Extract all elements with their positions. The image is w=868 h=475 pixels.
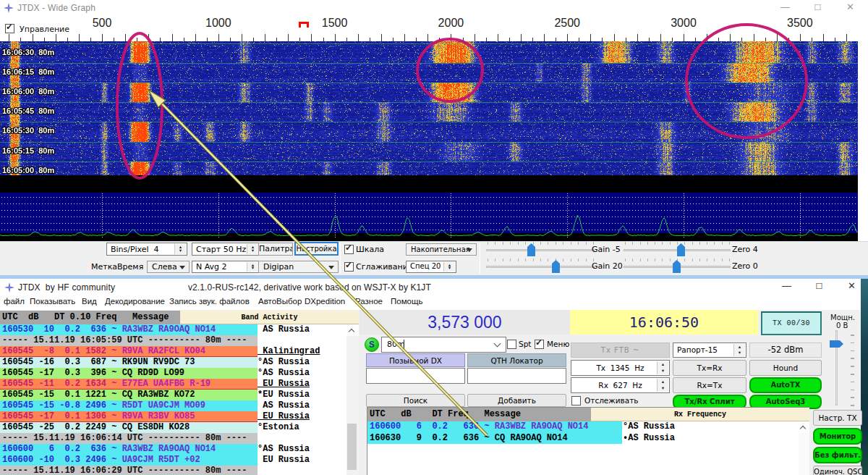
decode-row[interactable]: 160545 -15 0.1 1221 ~ CQ RA3WBZ KO72*EU …	[0, 390, 346, 400]
rx-frequency-table[interactable]: 160600 6 0.2 636 ~ RA3WBZ RA9OAQ NO14°AS…	[367, 421, 799, 475]
menu-4[interactable]: Декодирование	[105, 297, 165, 306]
status-s-button[interactable]: S	[365, 337, 379, 352]
decode-row[interactable]: 160545 -15 -0.8 2496 ~ R5DT UA9CJM MO09 …	[0, 400, 346, 411]
dx-grid-button[interactable]: QTH Локатор	[467, 353, 566, 367]
rx-eq-tx-button[interactable]: Rx=Tx	[673, 377, 746, 393]
decode-row[interactable]: 160600 -10 0.3 2496 ~ UA9CJM R5DT +02 EU…	[0, 455, 346, 466]
report-spinbox[interactable]: Рапорт-15	[673, 342, 746, 358]
dx-grid-input[interactable]	[467, 368, 566, 384]
main-titlebar[interactable]: JTDX by HF community v2.1.0-RUS-rc142, d…	[0, 279, 861, 295]
dx-call-button[interactable]: Позывной DX	[366, 353, 465, 367]
slider-tick	[578, 242, 579, 245]
bins-pixel-spinbox[interactable]: Bins/Pixel 4	[106, 243, 187, 256]
monitor-button[interactable]: Монитор	[813, 428, 862, 445]
spectrum-canvas[interactable]	[0, 175, 858, 241]
spinner-arrows[interactable]	[247, 244, 258, 254]
decode-row[interactable]: 160600 6 0.2 636 ~ RA3WBZ RA9OAQ NO14°AS…	[367, 421, 799, 433]
menu-8[interactable]: Разное	[355, 297, 383, 306]
palette-button[interactable]: Палитра	[258, 243, 293, 256]
menu-3[interactable]: Вид	[82, 297, 97, 306]
timestamp-dropdown[interactable]: Слева	[147, 261, 190, 273]
scale-tick	[381, 34, 382, 41]
menu-6[interactable]: АвтоВыбор	[258, 297, 302, 306]
add-button[interactable]: Добавить	[467, 394, 566, 407]
scrollbar-thumb[interactable]	[347, 424, 357, 470]
period-separator-row[interactable]: ----- 15.11.19 16:06:29 UTC ---------- 8…	[0, 466, 346, 475]
scroll-up-button[interactable]	[346, 324, 359, 336]
menu-7[interactable]: DXpedition	[305, 297, 345, 306]
spinner-arrows[interactable]	[443, 262, 455, 272]
slider-thumb[interactable]	[677, 243, 685, 256]
country-info: AS Russia	[258, 324, 310, 335]
scale-tick	[218, 34, 219, 41]
menu-2[interactable]: Показывать	[30, 297, 75, 306]
slider-tick	[632, 242, 633, 245]
decode-row[interactable]: 160545 -11 0.2 1634 ~ E77EA UA4FBG R-19 …	[0, 379, 346, 390]
spinner-arrows[interactable]	[657, 361, 668, 374]
single-qso-button[interactable]: Одиноч. QSO	[813, 466, 862, 475]
minimize-button[interactable]: —	[770, 279, 803, 295]
tx-freq-spinbox[interactable]: Tx 1345 Hz	[571, 360, 670, 376]
search-button[interactable]: Поиск	[366, 394, 465, 407]
close-button[interactable]: ✕	[835, 279, 868, 295]
spinner-arrows[interactable]	[657, 379, 668, 392]
band-activity-scrollbar[interactable]	[346, 324, 359, 475]
decode-row[interactable]: 160630 9 0.2 636 ~ CQ RA9OAQ NO14•AS Rus…	[367, 433, 799, 445]
scale-tick	[427, 34, 428, 41]
waterfall-canvas[interactable]	[0, 41, 858, 175]
slider-tick	[625, 258, 626, 261]
palette-dropdown[interactable]: Digipan	[258, 261, 339, 273]
slider-thumb[interactable]	[673, 260, 681, 273]
dx-call-input[interactable]	[366, 368, 465, 384]
autotx-button[interactable]: AutoTX	[749, 377, 822, 393]
decode-row[interactable]: 160600 6 0.2 636 ~ RA3WBZ RA9OAQ NO14°AS…	[0, 444, 346, 455]
decode-row[interactable]: 160545 -8 0.1 1582 ~ R9VA RA2FCL KO04 Ka…	[0, 346, 346, 357]
spinner-arrows[interactable]	[733, 344, 745, 356]
spec-spinbox[interactable]: Спец 20 %	[406, 261, 456, 273]
maximize-button[interactable]: ☐	[803, 279, 835, 295]
period-separator-row[interactable]: ----- 15.11.19 16:06:14 UTC ---------- 8…	[0, 433, 346, 444]
nofilter-button[interactable]: Без фильт.	[813, 447, 862, 463]
band-activity-table[interactable]: 160530 10 0.2 636 ~ RA3WBZ RA9OAQ NO14 A…	[0, 324, 346, 475]
menu-checkbox[interactable]: ✓	[535, 340, 544, 349]
decode-row[interactable]: 160530 10 0.2 636 ~ RA3WBZ RA9OAQ NO14 A…	[0, 324, 346, 335]
tx-eq-rx-button[interactable]: Tx=Rx	[673, 360, 746, 376]
slider-thumb[interactable]	[527, 243, 535, 256]
rx-freq-spinbox[interactable]: Rx 627 Hz	[571, 377, 670, 393]
decode-row[interactable]: 160545 -17 0.3 396 ~ CQ RD9D LO99°AS Rus…	[0, 368, 346, 379]
n-avg-spinbox[interactable]: N Avg 2	[192, 261, 260, 273]
rx-frequency-scrollbar[interactable]	[799, 421, 809, 475]
spinner-arrows[interactable]	[174, 244, 186, 254]
decode-row[interactable]: 160545 -16 0.3 687 ~ RK9UN RV9DC 73°AS R…	[0, 357, 346, 368]
decode-text: 160545 -16 0.3 687 ~ RK9UN RV9DC 73	[2, 357, 195, 368]
menu-1[interactable]: файл	[4, 297, 25, 306]
scroll-up-button[interactable]	[799, 421, 809, 433]
spinner-arrows[interactable]	[247, 262, 258, 272]
band-combobox[interactable]: 80m	[381, 337, 506, 353]
slider-thumb[interactable]	[552, 260, 560, 273]
smoothing-checkbox[interactable]: ✓	[344, 262, 354, 272]
decode-row[interactable]: 160545 -17 0.1 1306 ~ R9VA R3BV KO85 EU …	[0, 411, 346, 422]
slider-tick	[722, 258, 723, 261]
decode-row[interactable]: 160545 -25 0.2 2249 ~ CQ ES8DH KO28°Esto…	[0, 422, 346, 433]
tx-timer-button[interactable]: TX 00/30	[761, 311, 822, 335]
start-freq-spinbox[interactable]: Старт 50 Hz	[192, 243, 260, 256]
period-separator-row[interactable]: ----- 15.11.19 16:05:59 UTC ---------- 8…	[0, 335, 346, 346]
settings-button[interactable]: Настройка	[294, 242, 339, 256]
menu-9[interactable]: Помощь	[391, 297, 422, 306]
settings-tx-button[interactable]: Настр. TX	[813, 410, 862, 426]
spt-checkbox[interactable]	[507, 340, 516, 349]
menu-5[interactable]: Запись звук. файлов	[169, 297, 250, 306]
maximize-button[interactable]: ☐	[801, 0, 834, 16]
control-checkbox[interactable]: ✓	[5, 24, 14, 33]
close-button[interactable]: ✕	[834, 0, 867, 16]
minimize-button[interactable]: —	[769, 0, 801, 16]
scale-checkbox[interactable]: ✓	[344, 245, 354, 254]
accumulative-dropdown[interactable]: Накопительная	[406, 243, 477, 256]
power-slider-thumb[interactable]	[830, 340, 843, 348]
slider-tick	[699, 242, 700, 245]
hound-button[interactable]: Hound	[749, 360, 822, 376]
track-checkbox[interactable]	[571, 396, 581, 405]
tx-ftb-button[interactable]: Tx FTB ~	[571, 342, 670, 358]
wide-graph-titlebar[interactable]: JTDX - Wide Graph — ☐ ✕	[0, 0, 868, 16]
